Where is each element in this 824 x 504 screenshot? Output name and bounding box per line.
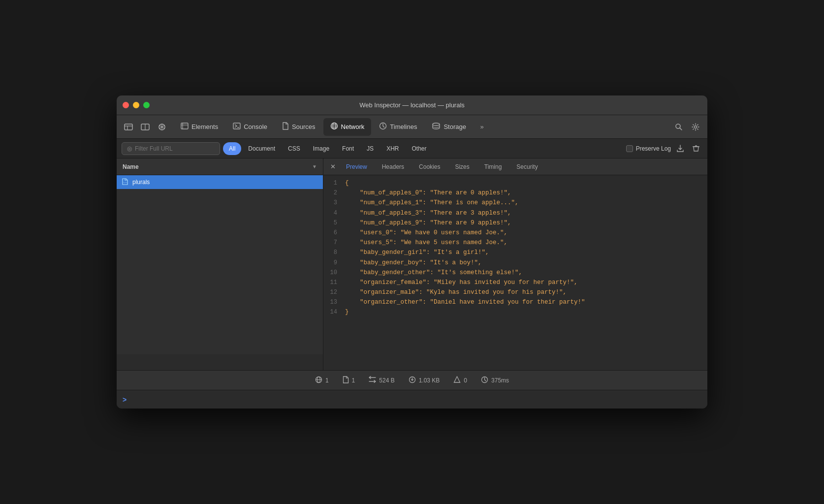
main-toolbar: Elements Console Sources bbox=[117, 115, 707, 139]
clear-button[interactable] bbox=[690, 142, 702, 155]
svg-text:</>: </> bbox=[124, 181, 127, 184]
list-item-empty-2 bbox=[117, 203, 323, 217]
maximize-button[interactable] bbox=[143, 102, 150, 108]
elements-icon bbox=[181, 123, 189, 131]
preview-tab-cookies[interactable]: Cookies bbox=[412, 160, 447, 174]
line-number: 11 bbox=[323, 278, 345, 287]
line-number: 1 bbox=[323, 179, 345, 188]
filter-icon: ◎ bbox=[127, 145, 132, 152]
network-icon bbox=[330, 122, 338, 131]
code-line: 11 "organizer_female": "Miley has invite… bbox=[323, 278, 707, 287]
dock-icon-btn[interactable] bbox=[154, 119, 170, 135]
svg-point-24 bbox=[433, 123, 440, 126]
preview-tab-headers[interactable]: Headers bbox=[375, 160, 411, 174]
line-number: 10 bbox=[323, 268, 345, 278]
code-line: 9 "baby_gender_boy": "It's a boy!", bbox=[323, 258, 707, 268]
line-number: 7 bbox=[323, 238, 345, 248]
list-item-empty-8 bbox=[117, 285, 323, 299]
line-number: 4 bbox=[323, 209, 345, 218]
console-icon bbox=[233, 123, 241, 131]
tab-sources[interactable]: Sources bbox=[275, 118, 322, 136]
line-content: "organizer_other": "Daniel have invited … bbox=[345, 297, 585, 307]
preserve-log-label: Preserve Log bbox=[636, 145, 671, 152]
status-bar: 1 1 524 B bbox=[117, 370, 707, 390]
tab-timelines-label: Timelines bbox=[390, 123, 417, 130]
code-line: 2 "num_of_apples_0": "There are 0 apples… bbox=[323, 188, 707, 198]
code-line: 1 { bbox=[323, 178, 707, 188]
tab-console[interactable]: Console bbox=[226, 118, 274, 136]
code-line: 14 } bbox=[323, 307, 707, 317]
filter-tab-font[interactable]: Font bbox=[336, 142, 360, 155]
layout-icon-btn[interactable] bbox=[121, 119, 136, 135]
code-line: 8 "baby_gender_girl": "It's a girl!", bbox=[323, 248, 707, 257]
filter-tab-other[interactable]: Other bbox=[406, 142, 432, 155]
filter-bar: ◎ All Document CSS Image Font JS XHR Oth… bbox=[117, 139, 707, 158]
more-tabs-button[interactable]: » bbox=[474, 119, 490, 135]
minimize-button[interactable] bbox=[133, 102, 139, 108]
svg-rect-0 bbox=[125, 124, 132, 130]
layout-icons bbox=[121, 119, 170, 135]
line-content: { bbox=[345, 178, 349, 188]
split-icon-btn[interactable] bbox=[137, 119, 153, 135]
filter-tabs: All Document CSS Image Font JS XHR Other bbox=[223, 142, 432, 155]
console-bar: > bbox=[117, 390, 707, 409]
filter-tab-all[interactable]: All bbox=[223, 142, 241, 155]
tab-network[interactable]: Network bbox=[323, 118, 372, 136]
svg-rect-9 bbox=[181, 123, 188, 129]
filter-tab-xhr[interactable]: XHR bbox=[380, 142, 405, 155]
code-line: 7 "users_5": "We have 5 users named Joe.… bbox=[323, 238, 707, 248]
preserve-log-checkbox[interactable] bbox=[626, 145, 633, 152]
search-button[interactable] bbox=[671, 119, 687, 135]
svg-line-26 bbox=[680, 127, 682, 129]
filter-tab-document[interactable]: Document bbox=[242, 142, 281, 155]
svg-line-42 bbox=[485, 379, 486, 381]
line-number: 13 bbox=[323, 298, 345, 307]
tab-sources-label: Sources bbox=[292, 123, 316, 130]
preview-panel: ✕ Preview Headers Cookies Sizes Timing S… bbox=[323, 158, 707, 370]
settings-button[interactable] bbox=[688, 119, 703, 135]
code-view[interactable]: 1 { 2 "num_of_apples_0": "There are 0 ap… bbox=[323, 175, 707, 370]
list-item-plurals[interactable]: </> plurals bbox=[117, 175, 323, 189]
preview-tab-sizes[interactable]: Sizes bbox=[448, 160, 476, 174]
line-content: "num_of_apples_1": "There is one apple..… bbox=[345, 198, 519, 208]
close-button[interactable] bbox=[123, 102, 129, 108]
time-value: 375ms bbox=[491, 377, 509, 384]
line-number: 5 bbox=[323, 219, 345, 228]
line-content: "organizer_female": "Miley has invited y… bbox=[345, 278, 578, 287]
preview-tab-security[interactable]: Security bbox=[509, 160, 544, 174]
filter-tab-js[interactable]: JS bbox=[361, 142, 380, 155]
export-button[interactable] bbox=[674, 142, 687, 155]
tab-elements[interactable]: Elements bbox=[174, 118, 225, 136]
line-content: } bbox=[345, 307, 349, 317]
preview-tab-timing[interactable]: Timing bbox=[477, 160, 509, 174]
tab-timelines[interactable]: Timelines bbox=[372, 118, 424, 136]
preview-tab-preview[interactable]: Preview bbox=[339, 160, 374, 174]
received-size: 1.03 KB bbox=[419, 377, 440, 384]
preview-close-button[interactable]: ✕ bbox=[327, 161, 338, 172]
list-item-empty-12 bbox=[117, 341, 323, 354]
sort-chevron-icon: ▼ bbox=[312, 164, 317, 169]
line-content: "baby_gender_boy": "It's a boy!", bbox=[345, 258, 482, 268]
filter-tab-css[interactable]: CSS bbox=[282, 142, 306, 155]
list-item-empty-6 bbox=[117, 258, 323, 272]
list-item-empty-9 bbox=[117, 299, 323, 313]
name-list: </> plurals bbox=[117, 175, 323, 370]
filter-input-wrap[interactable]: ◎ bbox=[122, 142, 220, 155]
cache-count: 0 bbox=[464, 377, 467, 384]
name-panel: Name ▼ </> plurals bbox=[117, 158, 323, 370]
filter-input[interactable] bbox=[135, 145, 215, 152]
storage-icon bbox=[432, 123, 441, 131]
status-requests: 1 bbox=[315, 376, 329, 385]
list-item-name: plurals bbox=[132, 179, 150, 186]
line-number: 12 bbox=[323, 288, 345, 297]
web-inspector-window: Web Inspector — localhost — plurals bbox=[117, 95, 707, 409]
status-time: 375ms bbox=[481, 376, 509, 385]
tab-storage[interactable]: Storage bbox=[425, 118, 473, 136]
transferred-icon bbox=[369, 376, 376, 384]
console-prompt-icon[interactable]: > bbox=[123, 396, 127, 404]
status-cache: 0 bbox=[453, 376, 467, 384]
svg-marker-39 bbox=[454, 377, 460, 382]
filter-tab-image[interactable]: Image bbox=[307, 142, 335, 155]
code-line: 6 "users_0": "We have 0 users named Joe.… bbox=[323, 228, 707, 238]
time-icon bbox=[481, 376, 488, 385]
